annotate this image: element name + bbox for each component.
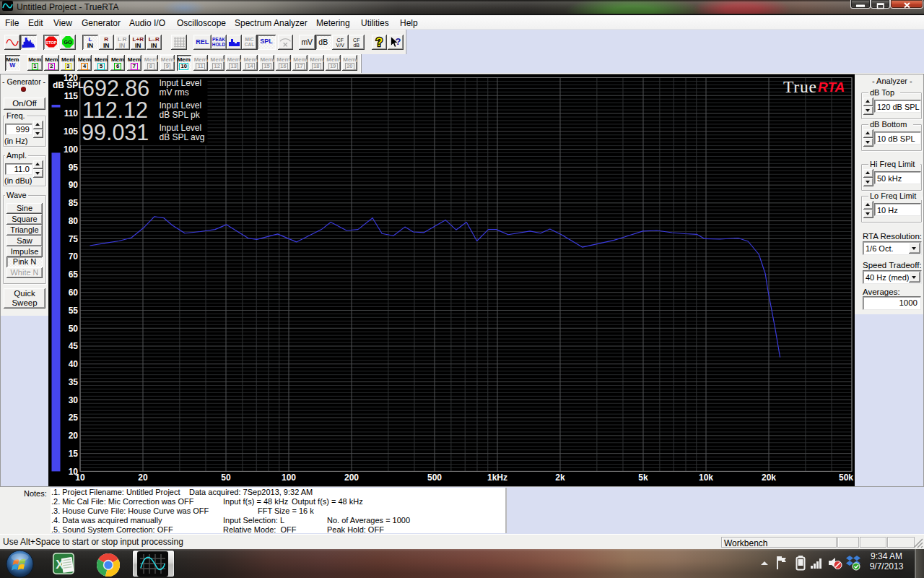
svg-text:100: 100	[64, 144, 78, 155]
svg-text:2k: 2k	[555, 473, 565, 483]
svg-text:40: 40	[69, 359, 79, 369]
svg-text:5k: 5k	[638, 473, 648, 483]
svg-text:50k: 50k	[839, 473, 853, 483]
svg-text:20: 20	[69, 431, 79, 441]
svg-text:90: 90	[69, 180, 79, 190]
svg-text:X: X	[56, 558, 64, 571]
svg-text:105: 105	[64, 126, 78, 137]
svg-text:dB SPL avg: dB SPL avg	[160, 132, 205, 142]
svg-text:10: 10	[75, 473, 85, 483]
svg-text:25: 25	[69, 413, 79, 423]
svg-text:200: 200	[344, 473, 359, 483]
svg-text:dB SPL: dB SPL	[53, 80, 84, 90]
svg-text:Input Level: Input Level	[160, 123, 202, 133]
svg-text:110: 110	[64, 108, 79, 118]
svg-text:dB SPL pk: dB SPL pk	[160, 110, 201, 120]
svg-text:Input Level: Input Level	[160, 78, 202, 88]
svg-text:112.12: 112.12	[82, 98, 148, 122]
svg-text:mV rms: mV rms	[160, 87, 189, 98]
svg-text:85: 85	[69, 198, 79, 208]
svg-text:80: 80	[69, 216, 79, 226]
svg-text:?: ?	[375, 36, 383, 48]
svg-text:20k: 20k	[762, 473, 776, 483]
svg-text:115: 115	[64, 91, 79, 101]
svg-text:15: 15	[69, 449, 79, 459]
svg-text:65: 65	[69, 269, 79, 280]
svg-text:99.031: 99.031	[82, 120, 149, 144]
svg-text:35: 35	[69, 377, 79, 387]
svg-text:60: 60	[69, 288, 79, 298]
svg-text:True: True	[783, 77, 817, 96]
svg-text:1kHz: 1kHz	[487, 473, 507, 483]
svg-text:95: 95	[69, 163, 79, 173]
svg-text:45: 45	[69, 341, 79, 351]
svg-text:30: 30	[69, 395, 79, 405]
svg-text:692.86: 692.86	[82, 76, 149, 100]
svg-text:75: 75	[69, 234, 79, 244]
svg-text:500: 500	[427, 473, 442, 483]
svg-text:100: 100	[282, 473, 296, 483]
svg-text:50: 50	[69, 324, 79, 334]
svg-text:10k: 10k	[699, 473, 713, 483]
svg-text:70: 70	[69, 251, 79, 262]
svg-text:50: 50	[221, 473, 231, 483]
svg-text:STOP: STOP	[45, 40, 56, 44]
svg-text:GO: GO	[64, 39, 72, 46]
svg-text:20: 20	[138, 473, 148, 483]
svg-text:Input Level: Input Level	[160, 100, 202, 111]
svg-text:55: 55	[69, 306, 79, 316]
svg-text:RTA: RTA	[818, 79, 845, 95]
